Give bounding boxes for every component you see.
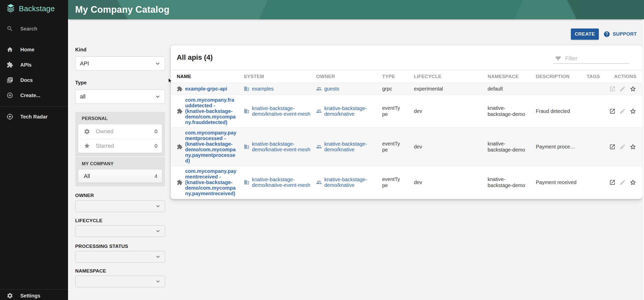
table-header-row: NAMESYSTEMOWNERTYPELIFECYCLENAMESPACEDES… xyxy=(171,70,642,83)
column-header-owner[interactable]: OWNER xyxy=(316,74,382,79)
company-filter-group: MY COMPANY All 4 xyxy=(75,157,165,186)
sidebar-divider xyxy=(0,106,68,107)
column-header-tags[interactable]: TAGS xyxy=(587,74,615,79)
column-header-actions[interactable]: ACTIONS xyxy=(614,74,640,79)
sidebar-item-tech-radar[interactable]: Tech Radar xyxy=(0,111,68,123)
page-header: My Company Catalog xyxy=(68,0,644,19)
processing-status-label: PROCESSING STATUS xyxy=(75,244,128,249)
column-header-type[interactable]: TYPE xyxy=(382,74,414,79)
star-border-icon[interactable] xyxy=(630,108,636,115)
sidebar-divider xyxy=(0,289,68,290)
sidebar-item-apis[interactable]: APIs xyxy=(0,59,68,71)
api-kind-puzzle-icon xyxy=(177,179,183,185)
chevron-down-icon xyxy=(155,228,161,234)
table-row: example-grpc-api examples guests grpc ex… xyxy=(171,83,642,95)
star-border-icon[interactable] xyxy=(630,85,636,92)
entity-name-link[interactable]: com.mycompany.paymentreceived - (knative… xyxy=(185,168,237,196)
edit-pencil-icon[interactable] xyxy=(619,179,626,186)
gear-icon xyxy=(84,128,90,135)
sidebar-item-settings[interactable]: Settings xyxy=(0,290,68,300)
system-link[interactable]: knative-backstage-demo/knative-event-mes… xyxy=(252,141,312,152)
system-link[interactable]: knative-backstage-demo/knative-event-mes… xyxy=(252,177,312,188)
chevron-down-icon xyxy=(154,93,161,100)
column-header-description[interactable]: DESCRIPTION xyxy=(536,74,587,79)
type-cell: eventType xyxy=(382,141,406,153)
column-header-namespace[interactable]: NAMESPACE xyxy=(488,74,536,79)
filter-item-owned[interactable]: Owned 0 xyxy=(78,124,162,139)
filter-item-starred[interactable]: Starred 0 xyxy=(78,139,162,153)
sidebar-item-search[interactable]: Search xyxy=(0,23,68,35)
support-button[interactable]: SUPPORT xyxy=(603,30,637,38)
sidebar-item-docs[interactable]: Docs xyxy=(0,74,68,86)
sidebar: Backstage Search Home APIs Docs Create..… xyxy=(0,0,68,300)
namespace-select[interactable] xyxy=(75,276,165,287)
owner-link[interactable]: knative-backstage-demo/knative xyxy=(324,106,373,117)
owner-link[interactable]: knative-backstage-demo/knative xyxy=(324,177,373,188)
page-title: My Company Catalog xyxy=(75,4,169,15)
namespace-cell: default xyxy=(488,86,530,92)
open-in-new-icon[interactable] xyxy=(609,86,616,92)
lifecycle-cell: dev xyxy=(414,179,488,185)
domain-icon xyxy=(244,108,249,114)
entity-name-link[interactable]: com.mycompany.frauddetected - (knative-b… xyxy=(185,97,237,125)
sidebar-item-home[interactable]: Home xyxy=(0,44,68,55)
description-cell: Payment proce… xyxy=(536,144,587,150)
domain-icon xyxy=(244,86,249,92)
column-header-lifecycle[interactable]: LIFECYCLE xyxy=(414,74,488,79)
owner-select[interactable] xyxy=(75,200,165,212)
table-row: com.mycompany.paymentreceived - (knative… xyxy=(171,166,642,199)
star-border-icon[interactable] xyxy=(630,179,636,186)
open-in-new-icon[interactable] xyxy=(609,144,616,150)
owner-cell: knative-backstage-demo/knative xyxy=(316,177,382,188)
edit-pencil-icon[interactable] xyxy=(619,86,626,92)
api-kind-puzzle-icon xyxy=(177,86,183,92)
owner-link[interactable]: knative-backstage-demo/knative xyxy=(324,141,373,152)
sidebar-item-create[interactable]: Create... xyxy=(0,89,68,101)
system-cell: knative-backstage-demo/knative-event-mes… xyxy=(244,177,316,188)
column-header-system[interactable]: SYSTEM xyxy=(244,74,316,79)
namespace-cell: knative-backstage-demo xyxy=(488,105,530,117)
personal-group-card: Owned 0 Starred 0 xyxy=(78,124,162,153)
type-cell: grpc xyxy=(382,86,406,92)
entity-name-link[interactable]: example-grpc-api xyxy=(185,86,237,92)
lifecycle-label: LIFECYCLE xyxy=(75,218,102,223)
create-button[interactable]: CREATE xyxy=(571,28,599,40)
domain-icon xyxy=(244,144,249,149)
kind-label: Kind xyxy=(75,47,86,53)
processing-status-select[interactable] xyxy=(75,251,165,263)
type-select[interactable]: all xyxy=(75,89,165,104)
column-header-name[interactable]: NAME xyxy=(177,74,244,79)
system-link[interactable]: examples xyxy=(252,86,312,92)
backstage-logo[interactable]: Backstage xyxy=(6,4,55,14)
edit-pencil-icon[interactable] xyxy=(619,144,626,150)
lifecycle-select[interactable] xyxy=(75,225,165,237)
system-cell: examples xyxy=(244,86,316,92)
help-icon xyxy=(603,31,610,38)
group-icon xyxy=(316,108,322,114)
api-kind-puzzle-icon xyxy=(177,144,183,150)
group-icon xyxy=(316,179,322,185)
system-cell: knative-backstage-demo/knative-event-mes… xyxy=(244,106,316,117)
type-cell: eventType xyxy=(382,105,406,117)
lifecycle-cell: dev xyxy=(414,144,488,150)
open-in-new-icon[interactable] xyxy=(609,179,616,186)
kind-select[interactable]: API xyxy=(75,56,165,71)
system-cell: knative-backstage-demo/knative-event-mes… xyxy=(244,141,316,152)
system-link[interactable]: knative-backstage-demo/knative-event-mes… xyxy=(252,106,312,117)
all-label: All xyxy=(84,173,154,179)
open-in-new-icon[interactable] xyxy=(609,108,616,114)
catalog-table-card: All apis (4) NAMESYSTEMOWNERTYPELIFECYCL… xyxy=(171,45,642,199)
owned-label: Owned xyxy=(96,128,154,135)
group-icon xyxy=(316,144,322,149)
table-filter-input[interactable] xyxy=(565,55,638,62)
page-scrollbar[interactable] xyxy=(642,19,644,300)
radar-icon xyxy=(7,113,13,120)
description-cell: Fraud detected xyxy=(536,108,587,114)
entity-name-link[interactable]: com.mycompany.paymentprocessed - (knativ… xyxy=(185,130,237,163)
star-border-icon[interactable] xyxy=(630,143,636,150)
owner-label: OWNER xyxy=(75,193,94,198)
filter-item-all[interactable]: All 4 xyxy=(78,170,162,183)
edit-pencil-icon[interactable] xyxy=(619,108,626,114)
sidebar-item-label: Create... xyxy=(20,93,40,98)
owner-link[interactable]: guests xyxy=(324,86,373,92)
